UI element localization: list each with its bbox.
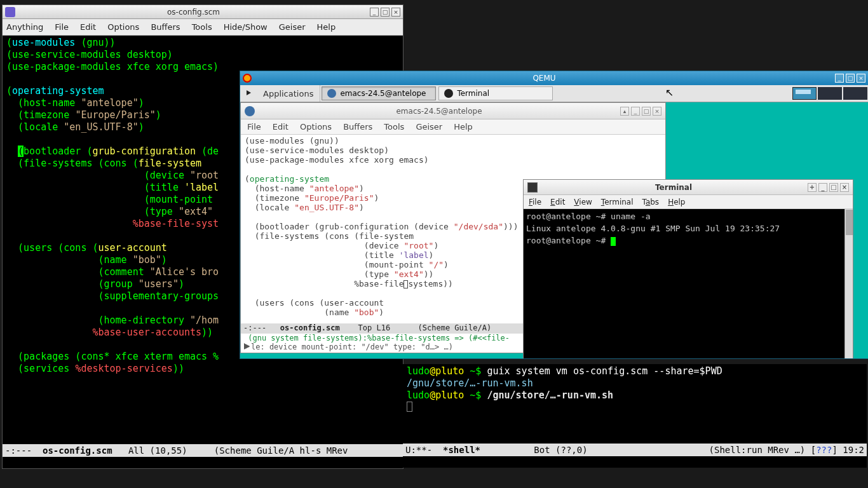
- taskbar-terminal[interactable]: Terminal: [438, 86, 553, 100]
- shell-buffer[interactable]: ludo@pluto ~$ guix system vm os-config.s…: [403, 364, 867, 444]
- menu-help[interactable]: Help: [317, 22, 336, 32]
- scrollbar[interactable]: [844, 209, 853, 358]
- taskbar-emacs[interactable]: emacs-24.5@antelope: [322, 86, 436, 100]
- menu-tools[interactable]: Tools: [192, 22, 212, 32]
- menu-help[interactable]: Help: [668, 198, 685, 207]
- menu-edit[interactable]: Edit: [550, 198, 565, 207]
- menu-buffers[interactable]: Buffers: [151, 22, 180, 32]
- guest-emacs-menubar: File Edit Options Buffers Tools Geiser H…: [241, 119, 665, 135]
- menu-help[interactable]: Help: [454, 122, 473, 132]
- menu-buffers[interactable]: Buffers: [343, 122, 372, 132]
- emacs-echo-area: [3, 457, 403, 468]
- emacs-icon: [5, 7, 15, 17]
- shell-modeline-right: (Shell:run MRev …) [???] 19:2: [709, 445, 864, 455]
- qemu-title: QEMU: [255, 74, 833, 83]
- qemu-icon: [243, 74, 252, 83]
- shade-button[interactable]: +: [808, 183, 817, 192]
- menu-terminal[interactable]: Terminal: [601, 198, 634, 207]
- emacs-modeline: -:--- os-config.scm All (10,55) (Scheme …: [3, 444, 403, 457]
- emacs-task-icon: [327, 89, 336, 98]
- cursor: (: [18, 146, 24, 157]
- guest-terminal-window: Terminal + _ □ × File Edit View Terminal…: [523, 179, 853, 358]
- qemu-screen[interactable]: Applications emacs-24.5@antelope Termina…: [240, 85, 868, 358]
- xfce-mouse-icon: [247, 89, 255, 98]
- qemu-minimize-button[interactable]: _: [835, 74, 844, 83]
- terminal-icon: [527, 182, 538, 193]
- emacs-titlebar[interactable]: os-config.scm _ □ ×: [3, 5, 403, 19]
- applications-menu[interactable]: Applications: [240, 85, 320, 102]
- cursor: [407, 402, 412, 412]
- cursor: [611, 237, 616, 246]
- close-button[interactable]: ×: [840, 183, 849, 192]
- close-button[interactable]: ×: [653, 107, 661, 116]
- shell-modeline: U:**- *shell* Bot (??,0) (Shell:run MRev…: [403, 444, 867, 456]
- guest-terminal-title: Terminal: [541, 183, 806, 192]
- menu-view[interactable]: View: [574, 198, 592, 207]
- menu-options[interactable]: Options: [107, 22, 139, 32]
- workspace-1[interactable]: [792, 87, 817, 100]
- qemu-titlebar[interactable]: QEMU _ □ ×: [240, 71, 868, 85]
- menu-file[interactable]: File: [55, 22, 69, 32]
- minimize-button[interactable]: _: [370, 8, 379, 17]
- guest-terminal-menubar: File Edit View Terminal Tabs Help: [524, 195, 853, 209]
- scroll-thumb[interactable]: [846, 210, 853, 235]
- menu-file[interactable]: File: [529, 198, 541, 207]
- guest-emacs-titlebar[interactable]: emacs-24.5@antelope ▴ _ □ ×: [241, 103, 665, 119]
- menu-hideshow[interactable]: Hide/Show: [224, 22, 268, 32]
- menu-file[interactable]: File: [247, 122, 261, 132]
- shell-window: ludo@pluto ~$ guix system vm os-config.s…: [403, 364, 867, 468]
- shell-modeline-left: U:**- *shell* Bot (??,0): [405, 445, 588, 455]
- qemu-maximize-button[interactable]: □: [846, 74, 855, 83]
- maximize-button[interactable]: □: [642, 107, 651, 116]
- terminal-task-icon: [444, 89, 453, 98]
- menu-options[interactable]: Options: [300, 122, 332, 132]
- menu-tabs[interactable]: Tabs: [642, 198, 660, 207]
- menu-anything[interactable]: Anything: [6, 22, 43, 32]
- menu-edit[interactable]: Edit: [80, 22, 96, 32]
- menu-tools[interactable]: Tools: [384, 122, 404, 132]
- guest-emacs-title: emacs-24.5@antelope: [260, 107, 618, 116]
- maximize-button[interactable]: □: [829, 183, 838, 192]
- shade-button[interactable]: ▴: [620, 107, 629, 116]
- minimize-button[interactable]: _: [631, 107, 640, 116]
- workspace-2[interactable]: [818, 87, 842, 100]
- menu-geiser[interactable]: Geiser: [416, 122, 442, 132]
- close-button[interactable]: ×: [391, 8, 400, 17]
- emacs-menubar: Anything File Edit Options Buffers Tools…: [3, 19, 403, 36]
- emacs-title: os-config.scm: [19, 8, 368, 17]
- guest-emacs-icon: [245, 106, 255, 116]
- guest-terminal-titlebar[interactable]: Terminal + _ □ ×: [524, 180, 853, 195]
- maximize-button[interactable]: □: [381, 8, 390, 17]
- qemu-close-button[interactable]: ×: [857, 74, 865, 83]
- xfce-panel: Applications emacs-24.5@antelope Termina…: [240, 85, 868, 102]
- workspace-switcher[interactable]: [792, 87, 868, 100]
- qemu-window: QEMU _ □ × Applications emacs-24.5@antel…: [240, 71, 868, 359]
- workspace-3[interactable]: [843, 87, 867, 100]
- minimize-button[interactable]: _: [818, 183, 827, 192]
- shell-echo: [403, 456, 867, 468]
- menu-geiser[interactable]: Geiser: [279, 22, 306, 32]
- menu-edit[interactable]: Edit: [273, 122, 288, 132]
- guest-terminal-body[interactable]: root@antelope ~# uname -a Linux antelope…: [524, 209, 853, 358]
